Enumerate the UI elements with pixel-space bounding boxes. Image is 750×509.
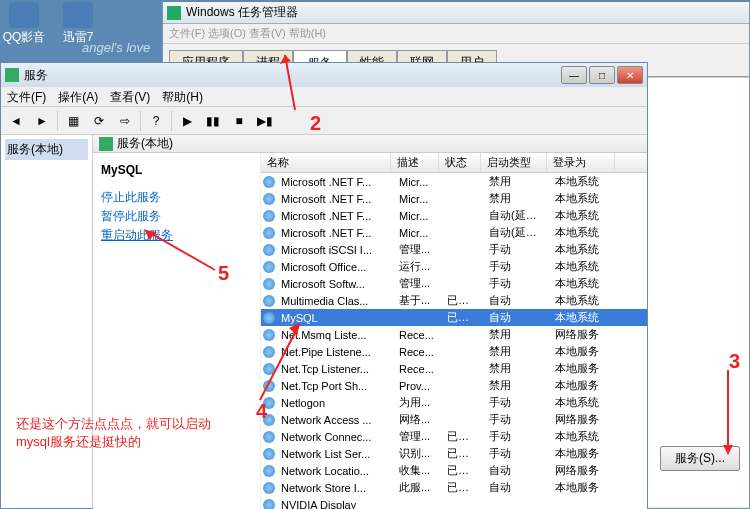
desktop-icon[interactable]: QQ影音 xyxy=(2,2,46,46)
col-desc[interactable]: 描述 xyxy=(391,153,439,172)
help-icon[interactable]: ? xyxy=(145,110,167,132)
window-title: Windows 任务管理器 xyxy=(186,4,298,21)
pane-header: 服务(本地) xyxy=(93,135,647,153)
play-icon[interactable]: ▶ xyxy=(176,110,198,132)
annotation-note: 还是这个方法点点点，就可以启动 mysql服务还是挺快的 xyxy=(16,415,211,451)
service-icon xyxy=(263,414,275,426)
menu-item[interactable]: 操作(A) xyxy=(58,89,98,104)
table-row[interactable]: Net.Msmq Liste...Rece...禁用网络服务 xyxy=(261,326,647,343)
back-icon[interactable]: ◄ xyxy=(5,110,27,132)
detail-pane: MySQL 停止此服务 暂停此服务 重启动此服务 xyxy=(93,153,261,509)
service-icon xyxy=(263,193,275,205)
gear-icon xyxy=(5,68,19,82)
table-row[interactable]: Microsoft .NET F...Micr...自动(延迟...本地系统 xyxy=(261,224,647,241)
restart-link[interactable]: 重启动此服务 xyxy=(101,227,252,244)
menu-item[interactable]: 文件(F) xyxy=(7,89,46,104)
table-row[interactable]: Net.Tcp Port Sh...Prov...禁用本地服务 xyxy=(261,377,647,394)
gear-icon xyxy=(99,137,113,151)
service-icon xyxy=(263,210,275,222)
service-icon xyxy=(263,482,275,494)
table-row[interactable]: MySQL已启动自动本地系统 xyxy=(261,309,647,326)
service-icon xyxy=(263,244,275,256)
tree-item-services[interactable]: 服务(本地) xyxy=(5,139,88,160)
table-row[interactable]: NVIDIA Display xyxy=(261,496,647,509)
service-icon xyxy=(263,227,275,239)
menubar[interactable]: 文件(F) 选项(O) 查看(V) 帮助(H) xyxy=(163,24,749,44)
service-name: MySQL xyxy=(101,163,252,177)
services-list: 名称 描述 状态 启动类型 登录为 Microsoft .NET F...Mic… xyxy=(261,153,647,509)
stop-link[interactable]: 停止此服务 xyxy=(101,189,252,206)
col-name[interactable]: 名称 xyxy=(261,153,391,172)
table-row[interactable]: Network Store I...此服...已启动自动本地服务 xyxy=(261,479,647,496)
restart-icon[interactable]: ▶▮ xyxy=(254,110,276,132)
titlebar[interactable]: Windows 任务管理器 xyxy=(163,2,749,24)
table-row[interactable]: Microsoft Office...运行...手动本地系统 xyxy=(261,258,647,275)
table-row[interactable]: Netlogon为用...手动本地系统 xyxy=(261,394,647,411)
table-row[interactable]: Microsoft .NET F...Micr...自动(延迟...本地系统 xyxy=(261,207,647,224)
service-icon xyxy=(263,312,275,324)
service-icon xyxy=(263,261,275,273)
service-icon xyxy=(263,499,275,510)
app-icon xyxy=(167,6,181,20)
menu-item[interactable]: 查看(V) xyxy=(110,89,150,104)
window-title: 服务 xyxy=(24,67,48,84)
tree-pane: 服务(本地) xyxy=(1,135,93,508)
col-status[interactable]: 状态 xyxy=(439,153,481,172)
table-row[interactable]: Microsoft .NET F...Micr...禁用本地系统 xyxy=(261,173,647,190)
table-row[interactable]: Net.Pipe Listene...Rece...禁用本地服务 xyxy=(261,343,647,360)
minimize-button[interactable]: — xyxy=(561,66,587,84)
service-icon xyxy=(263,346,275,358)
props-icon[interactable]: ▦ xyxy=(62,110,84,132)
table-row[interactable]: Microsoft iSCSI I...管理...手动本地系统 xyxy=(261,241,647,258)
menubar: 文件(F)操作(A)查看(V)帮助(H) xyxy=(1,87,647,107)
toolbar: ◄ ► ▦ ⟳ ⇨ ? ▶ ▮▮ ■ ▶▮ xyxy=(1,107,647,135)
close-button[interactable]: ✕ xyxy=(617,66,643,84)
list-header[interactable]: 名称 描述 状态 启动类型 登录为 xyxy=(261,153,647,173)
table-row[interactable]: Multimedia Clas...基于...已启动自动本地系统 xyxy=(261,292,647,309)
table-row[interactable]: Network Connec...管理...已启动手动本地系统 xyxy=(261,428,647,445)
services-button[interactable]: 服务(S)... xyxy=(660,446,740,471)
service-icon xyxy=(263,176,275,188)
service-icon xyxy=(263,448,275,460)
table-row[interactable]: Microsoft Softw...管理...手动本地系统 xyxy=(261,275,647,292)
stop-icon[interactable]: ■ xyxy=(228,110,250,132)
service-icon xyxy=(263,465,275,477)
service-icon xyxy=(263,363,275,375)
table-row[interactable]: Network Locatio...收集...已启动自动网络服务 xyxy=(261,462,647,479)
table-row[interactable]: Net.Tcp Listener...Rece...禁用本地服务 xyxy=(261,360,647,377)
menu-item[interactable]: 帮助(H) xyxy=(162,89,203,104)
forward-icon[interactable]: ► xyxy=(31,110,53,132)
table-row[interactable]: Microsoft .NET F...Micr...禁用本地系统 xyxy=(261,190,647,207)
pause-icon[interactable]: ▮▮ xyxy=(202,110,224,132)
maximize-button[interactable]: □ xyxy=(589,66,615,84)
service-icon xyxy=(263,278,275,290)
titlebar[interactable]: 服务 — □ ✕ xyxy=(1,63,647,87)
service-icon xyxy=(263,295,275,307)
service-icon xyxy=(263,329,275,341)
table-row[interactable]: Network List Ser...识别...已启动手动本地服务 xyxy=(261,445,647,462)
wallpaper-text: angel's love xyxy=(82,40,150,55)
service-icon xyxy=(263,397,275,409)
col-start[interactable]: 启动类型 xyxy=(481,153,547,172)
service-icon xyxy=(263,380,275,392)
export-icon[interactable]: ⇨ xyxy=(114,110,136,132)
col-user[interactable]: 登录为 xyxy=(547,153,615,172)
service-icon xyxy=(263,431,275,443)
refresh-icon[interactable]: ⟳ xyxy=(88,110,110,132)
pause-link[interactable]: 暂停此服务 xyxy=(101,208,252,225)
table-row[interactable]: Network Access ...网络...手动网络服务 xyxy=(261,411,647,428)
